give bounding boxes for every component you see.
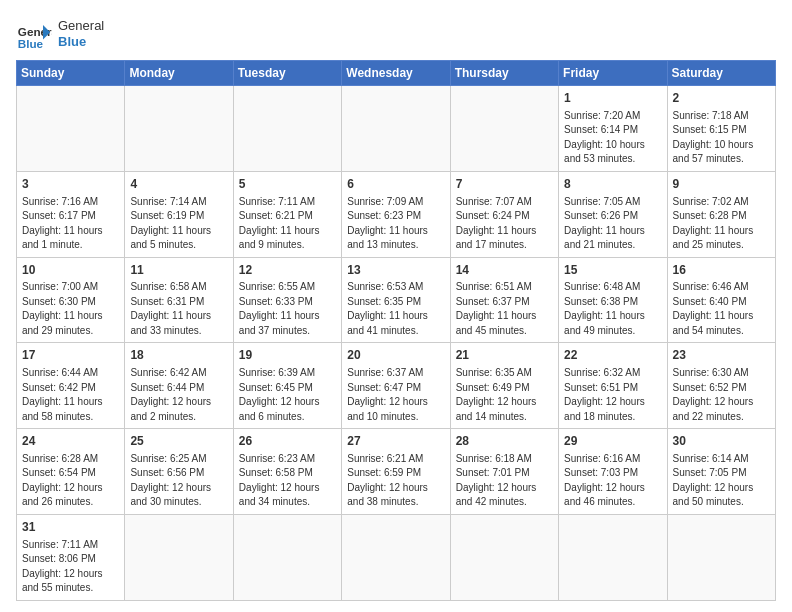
calendar-cell: 6Sunrise: 7:09 AM Sunset: 6:23 PM Daylig… bbox=[342, 171, 450, 257]
col-header-wednesday: Wednesday bbox=[342, 61, 450, 86]
day-number: 31 bbox=[22, 519, 119, 536]
calendar-table: SundayMondayTuesdayWednesdayThursdayFrid… bbox=[16, 60, 776, 601]
calendar-cell bbox=[450, 86, 558, 172]
day-number: 6 bbox=[347, 176, 444, 193]
day-info: Sunrise: 6:16 AM Sunset: 7:03 PM Dayligh… bbox=[564, 452, 661, 510]
calendar-cell bbox=[342, 86, 450, 172]
calendar-cell: 8Sunrise: 7:05 AM Sunset: 6:26 PM Daylig… bbox=[559, 171, 667, 257]
day-number: 9 bbox=[673, 176, 770, 193]
calendar-cell: 21Sunrise: 6:35 AM Sunset: 6:49 PM Dayli… bbox=[450, 343, 558, 429]
calendar-cell: 19Sunrise: 6:39 AM Sunset: 6:45 PM Dayli… bbox=[233, 343, 341, 429]
day-number: 16 bbox=[673, 262, 770, 279]
calendar-cell bbox=[342, 514, 450, 600]
day-info: Sunrise: 6:18 AM Sunset: 7:01 PM Dayligh… bbox=[456, 452, 553, 510]
day-number: 20 bbox=[347, 347, 444, 364]
col-header-saturday: Saturday bbox=[667, 61, 775, 86]
calendar-cell: 16Sunrise: 6:46 AM Sunset: 6:40 PM Dayli… bbox=[667, 257, 775, 343]
calendar-cell: 5Sunrise: 7:11 AM Sunset: 6:21 PM Daylig… bbox=[233, 171, 341, 257]
col-header-sunday: Sunday bbox=[17, 61, 125, 86]
calendar-cell: 4Sunrise: 7:14 AM Sunset: 6:19 PM Daylig… bbox=[125, 171, 233, 257]
week-row-1: 1Sunrise: 7:20 AM Sunset: 6:14 PM Daylig… bbox=[17, 86, 776, 172]
day-number: 4 bbox=[130, 176, 227, 193]
day-info: Sunrise: 6:48 AM Sunset: 6:38 PM Dayligh… bbox=[564, 280, 661, 338]
day-number: 30 bbox=[673, 433, 770, 450]
day-number: 17 bbox=[22, 347, 119, 364]
calendar-cell bbox=[125, 514, 233, 600]
calendar-cell: 9Sunrise: 7:02 AM Sunset: 6:28 PM Daylig… bbox=[667, 171, 775, 257]
calendar-cell: 27Sunrise: 6:21 AM Sunset: 6:59 PM Dayli… bbox=[342, 429, 450, 515]
day-info: Sunrise: 7:11 AM Sunset: 8:06 PM Dayligh… bbox=[22, 538, 119, 596]
day-number: 12 bbox=[239, 262, 336, 279]
calendar-cell: 18Sunrise: 6:42 AM Sunset: 6:44 PM Dayli… bbox=[125, 343, 233, 429]
calendar-cell: 29Sunrise: 6:16 AM Sunset: 7:03 PM Dayli… bbox=[559, 429, 667, 515]
logo-general: General bbox=[58, 18, 104, 33]
day-number: 3 bbox=[22, 176, 119, 193]
week-row-4: 17Sunrise: 6:44 AM Sunset: 6:42 PM Dayli… bbox=[17, 343, 776, 429]
calendar-cell bbox=[233, 86, 341, 172]
day-number: 19 bbox=[239, 347, 336, 364]
day-number: 13 bbox=[347, 262, 444, 279]
calendar-cell: 30Sunrise: 6:14 AM Sunset: 7:05 PM Dayli… bbox=[667, 429, 775, 515]
day-info: Sunrise: 6:35 AM Sunset: 6:49 PM Dayligh… bbox=[456, 366, 553, 424]
day-number: 21 bbox=[456, 347, 553, 364]
calendar-cell: 25Sunrise: 6:25 AM Sunset: 6:56 PM Dayli… bbox=[125, 429, 233, 515]
day-number: 22 bbox=[564, 347, 661, 364]
calendar-cell bbox=[559, 514, 667, 600]
day-info: Sunrise: 6:58 AM Sunset: 6:31 PM Dayligh… bbox=[130, 280, 227, 338]
day-info: Sunrise: 7:11 AM Sunset: 6:21 PM Dayligh… bbox=[239, 195, 336, 253]
day-number: 8 bbox=[564, 176, 661, 193]
day-number: 23 bbox=[673, 347, 770, 364]
col-header-friday: Friday bbox=[559, 61, 667, 86]
day-info: Sunrise: 6:21 AM Sunset: 6:59 PM Dayligh… bbox=[347, 452, 444, 510]
week-row-5: 24Sunrise: 6:28 AM Sunset: 6:54 PM Dayli… bbox=[17, 429, 776, 515]
week-row-3: 10Sunrise: 7:00 AM Sunset: 6:30 PM Dayli… bbox=[17, 257, 776, 343]
calendar-cell: 3Sunrise: 7:16 AM Sunset: 6:17 PM Daylig… bbox=[17, 171, 125, 257]
calendar-cell: 31Sunrise: 7:11 AM Sunset: 8:06 PM Dayli… bbox=[17, 514, 125, 600]
day-info: Sunrise: 6:44 AM Sunset: 6:42 PM Dayligh… bbox=[22, 366, 119, 424]
svg-text:Blue: Blue bbox=[18, 37, 44, 50]
col-header-monday: Monday bbox=[125, 61, 233, 86]
day-info: Sunrise: 7:16 AM Sunset: 6:17 PM Dayligh… bbox=[22, 195, 119, 253]
day-number: 28 bbox=[456, 433, 553, 450]
calendar-cell: 22Sunrise: 6:32 AM Sunset: 6:51 PM Dayli… bbox=[559, 343, 667, 429]
calendar-cell bbox=[450, 514, 558, 600]
day-info: Sunrise: 6:46 AM Sunset: 6:40 PM Dayligh… bbox=[673, 280, 770, 338]
day-number: 14 bbox=[456, 262, 553, 279]
day-info: Sunrise: 6:28 AM Sunset: 6:54 PM Dayligh… bbox=[22, 452, 119, 510]
calendar-cell: 24Sunrise: 6:28 AM Sunset: 6:54 PM Dayli… bbox=[17, 429, 125, 515]
calendar-cell: 15Sunrise: 6:48 AM Sunset: 6:38 PM Dayli… bbox=[559, 257, 667, 343]
day-number: 18 bbox=[130, 347, 227, 364]
day-number: 11 bbox=[130, 262, 227, 279]
week-row-6: 31Sunrise: 7:11 AM Sunset: 8:06 PM Dayli… bbox=[17, 514, 776, 600]
calendar-cell: 28Sunrise: 6:18 AM Sunset: 7:01 PM Dayli… bbox=[450, 429, 558, 515]
col-header-tuesday: Tuesday bbox=[233, 61, 341, 86]
week-row-2: 3Sunrise: 7:16 AM Sunset: 6:17 PM Daylig… bbox=[17, 171, 776, 257]
calendar-cell: 7Sunrise: 7:07 AM Sunset: 6:24 PM Daylig… bbox=[450, 171, 558, 257]
day-info: Sunrise: 6:37 AM Sunset: 6:47 PM Dayligh… bbox=[347, 366, 444, 424]
logo: General Blue General Blue bbox=[16, 16, 104, 52]
day-info: Sunrise: 7:02 AM Sunset: 6:28 PM Dayligh… bbox=[673, 195, 770, 253]
day-info: Sunrise: 6:55 AM Sunset: 6:33 PM Dayligh… bbox=[239, 280, 336, 338]
logo-blue: Blue bbox=[58, 34, 86, 49]
calendar-cell: 26Sunrise: 6:23 AM Sunset: 6:58 PM Dayli… bbox=[233, 429, 341, 515]
day-info: Sunrise: 6:42 AM Sunset: 6:44 PM Dayligh… bbox=[130, 366, 227, 424]
day-info: Sunrise: 7:20 AM Sunset: 6:14 PM Dayligh… bbox=[564, 109, 661, 167]
day-info: Sunrise: 6:25 AM Sunset: 6:56 PM Dayligh… bbox=[130, 452, 227, 510]
day-info: Sunrise: 6:39 AM Sunset: 6:45 PM Dayligh… bbox=[239, 366, 336, 424]
logo-icon: General Blue bbox=[16, 16, 52, 52]
day-info: Sunrise: 7:00 AM Sunset: 6:30 PM Dayligh… bbox=[22, 280, 119, 338]
day-number: 26 bbox=[239, 433, 336, 450]
day-number: 2 bbox=[673, 90, 770, 107]
col-header-thursday: Thursday bbox=[450, 61, 558, 86]
day-number: 15 bbox=[564, 262, 661, 279]
day-info: Sunrise: 6:23 AM Sunset: 6:58 PM Dayligh… bbox=[239, 452, 336, 510]
day-number: 1 bbox=[564, 90, 661, 107]
calendar-cell: 13Sunrise: 6:53 AM Sunset: 6:35 PM Dayli… bbox=[342, 257, 450, 343]
day-number: 24 bbox=[22, 433, 119, 450]
calendar-cell bbox=[125, 86, 233, 172]
day-info: Sunrise: 6:32 AM Sunset: 6:51 PM Dayligh… bbox=[564, 366, 661, 424]
day-info: Sunrise: 6:30 AM Sunset: 6:52 PM Dayligh… bbox=[673, 366, 770, 424]
calendar-cell: 10Sunrise: 7:00 AM Sunset: 6:30 PM Dayli… bbox=[17, 257, 125, 343]
calendar-cell: 14Sunrise: 6:51 AM Sunset: 6:37 PM Dayli… bbox=[450, 257, 558, 343]
calendar-cell: 12Sunrise: 6:55 AM Sunset: 6:33 PM Dayli… bbox=[233, 257, 341, 343]
